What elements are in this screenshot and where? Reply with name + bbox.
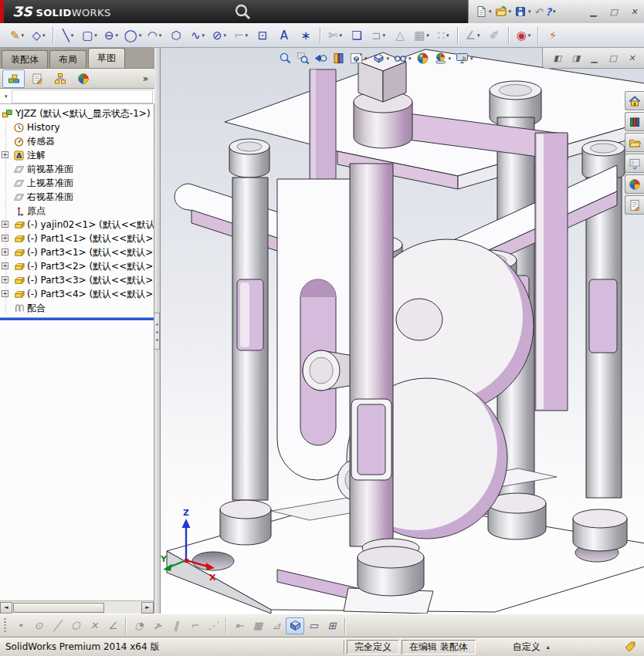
view-shaded-with-edges[interactable] — [286, 617, 304, 634]
snap-angle[interactable]: ∠ — [103, 617, 122, 634]
snap-parallel[interactable]: ∥ — [167, 617, 185, 634]
expand-icon[interactable]: + — [2, 235, 8, 242]
search-icon[interactable] — [233, 2, 252, 21]
view-settings[interactable]: ▾ — [453, 49, 476, 68]
tag-icon[interactable] — [624, 641, 636, 653]
expand-icon[interactable]: + — [2, 249, 8, 255]
tree-item-yajin02-1[interactable]: + (-) yajin02<1> (默认<<默认 — [0, 218, 154, 232]
featuremanager-pane-toggle[interactable]: ◧ — [548, 53, 567, 63]
sketch-fillet[interactable]: ⌐▾ — [230, 26, 252, 45]
save-document[interactable]: ▾ — [513, 2, 533, 21]
close-window[interactable]: ✕ — [624, 3, 644, 20]
scrollbar-thumb[interactable] — [13, 603, 104, 613]
snap-length[interactable]: ⇤ — [230, 617, 249, 634]
snap-quadrant-points[interactable]: ⬡ — [66, 617, 85, 634]
snap-mid-points[interactable]: ╱ — [48, 617, 66, 634]
expand-icon[interactable]: + — [2, 151, 8, 158]
minimize-window[interactable]: ▁ — [584, 3, 604, 20]
view-palette[interactable] — [625, 154, 644, 173]
display-pane-toggle[interactable]: ◨ — [567, 53, 585, 63]
snap-grid[interactable]: ▦ — [249, 617, 267, 634]
offset-entities[interactable]: ⊐▾ — [368, 26, 389, 45]
units-selector[interactable]: 自定义 ▴ — [513, 641, 550, 654]
restore-window[interactable]: □ — [604, 3, 624, 20]
expand-icon[interactable]: + — [2, 290, 8, 297]
straight-slot[interactable]: ⊖▾ — [100, 26, 122, 45]
snap-points-along[interactable]: ⋰ — [204, 617, 222, 634]
minimize-document[interactable]: ▁ — [585, 53, 604, 63]
snap-perpendicular[interactable]: ≯ — [148, 617, 167, 634]
rapid-sketch[interactable]: ⚡ — [542, 26, 564, 45]
tree-filter-input[interactable] — [12, 90, 153, 103]
sketch[interactable]: ✎▾ — [6, 26, 28, 45]
display-relations[interactable]: ∠▾ — [462, 26, 483, 45]
edit-appearance[interactable] — [414, 49, 432, 68]
make-block[interactable]: ⊡ — [252, 26, 273, 45]
zoom-to-area[interactable] — [294, 49, 312, 68]
linear-sketch-pattern[interactable]: ▦▾ — [411, 26, 432, 45]
tree-item-part3-4[interactable]: + (-) Part3<4> (默认<<默认> — [0, 287, 154, 301]
new-document[interactable]: ▾ — [473, 2, 493, 21]
restore-document[interactable]: □ — [604, 53, 622, 63]
tree-item-part3-1[interactable]: + (-) Part3<1> (默认<<默认> — [0, 245, 154, 259]
point[interactable]: ∗ — [295, 26, 317, 45]
design-library[interactable] — [625, 112, 644, 131]
panel-splitter[interactable]: ◂ ◂ ◂ — [154, 48, 161, 614]
help[interactable]: ?▾ — [544, 2, 557, 21]
close-document[interactable]: ✕ — [622, 53, 641, 63]
smart-dimension[interactable]: ◇▾ — [28, 26, 49, 45]
appearances-scenes[interactable] — [625, 174, 644, 194]
snap-tangent[interactable]: ◔ — [130, 617, 148, 634]
snap-points[interactable]: • — [11, 617, 29, 634]
solidworks-resources[interactable] — [625, 91, 644, 110]
toolbar-grip[interactable] — [4, 618, 6, 634]
corner-rectangle[interactable]: ▢▾ — [79, 26, 100, 45]
panel-tabs-overflow[interactable]: » — [143, 73, 152, 84]
line[interactable]: ╲▾ — [57, 26, 79, 45]
scroll-left-button[interactable]: ◄ — [0, 602, 12, 614]
tree-item-sensors[interactable]: 传感器 — [0, 134, 154, 148]
snap-angle-grid[interactable]: ⊿ — [267, 617, 286, 634]
custom-properties[interactable] — [625, 195, 644, 215]
ellipse[interactable]: ⊘▾ — [208, 26, 230, 45]
propertymanager-tab[interactable] — [25, 69, 48, 88]
circle[interactable]: ◯▾ — [122, 26, 144, 45]
tree-item-history[interactable]: History — [0, 120, 154, 134]
tab-layout[interactable]: 布局 — [49, 50, 86, 68]
snap-center-points[interactable]: ⊙ — [29, 617, 48, 634]
viewport-layout-four[interactable]: ⊞ — [323, 617, 341, 634]
viewport-layout-single[interactable]: ▭ — [304, 617, 323, 634]
tree-item-annotations[interactable]: + 注解 — [0, 148, 154, 162]
polygon[interactable]: ⬡ — [165, 26, 187, 45]
tree-item-front-plane[interactable]: 前视基准面 — [0, 162, 154, 176]
repair-sketch[interactable]: ✐ — [483, 26, 505, 45]
move-entities[interactable]: ∷▾ — [432, 26, 454, 45]
hide-show-items[interactable]: ▾ — [391, 49, 414, 68]
displaymanager-tab[interactable] — [72, 69, 94, 88]
section-view[interactable] — [330, 49, 347, 68]
filter-dropdown-icon[interactable]: ▾ — [5, 93, 8, 100]
spline[interactable]: ∿▾ — [187, 26, 208, 45]
panel-collapse-handle[interactable]: ◂ ◂ ◂ — [154, 313, 160, 350]
tree-item-right-plane[interactable]: 右视基准面 — [0, 190, 154, 204]
open-document[interactable]: ▾ — [493, 2, 514, 21]
text[interactable]: A — [273, 26, 295, 45]
snap-horizontal-vertical[interactable]: ⌐ — [185, 617, 204, 634]
tree-item-mates[interactable]: 配合 — [0, 301, 154, 315]
tree-item-part3-3[interactable]: + (-) Part3<3> (默认<<默认> — [0, 273, 154, 287]
expand-icon[interactable]: + — [2, 276, 8, 283]
expand-icon[interactable]: + — [2, 262, 8, 269]
view-orientation[interactable]: ▾ — [347, 49, 370, 68]
centerpoint-arc[interactable]: ◠▾ — [144, 26, 165, 45]
viewport-3d-model[interactable]: Z Y X — [161, 48, 644, 614]
tree-root-assembly[interactable]: YJZZ (默认<默认_显示状态-1>) — [0, 107, 154, 120]
display-style[interactable]: ▾ — [370, 49, 392, 68]
convert-entities[interactable]: ❏ — [346, 26, 368, 45]
snap-intersections[interactable]: ✕ — [85, 617, 103, 634]
configurationmanager-tab[interactable] — [49, 69, 71, 88]
previous-view[interactable] — [312, 49, 330, 68]
mirror-entities[interactable]: △ — [389, 26, 411, 45]
tree-item-part3-2[interactable]: + (-) Part3<2> (默认<<默认> — [0, 259, 154, 273]
apply-scene[interactable]: ▾ — [432, 49, 454, 68]
file-explorer[interactable] — [625, 133, 644, 152]
